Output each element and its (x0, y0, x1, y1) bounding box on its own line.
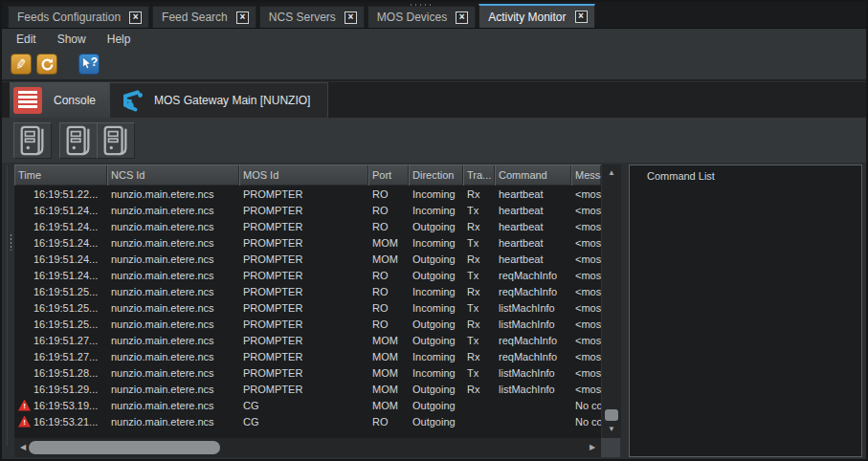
menu-help[interactable]: Help (97, 31, 142, 48)
scroll-left-icon[interactable]: ◀ (16, 438, 30, 457)
tab-console[interactable]: Console (10, 82, 109, 118)
column-header-mos[interactable]: MOS Id (239, 165, 368, 186)
scroll-up-icon[interactable]: ▲ (602, 166, 621, 180)
cell-command: heartbeat (495, 218, 571, 234)
cell-port: MOM (368, 251, 409, 267)
horizontal-scroll-thumb[interactable] (29, 441, 220, 454)
cell-tra: Rx (463, 381, 495, 397)
window-tab-mos-devices[interactable]: MOS Devices× (367, 6, 476, 28)
server-button-3[interactable] (97, 122, 135, 159)
column-header-ncs[interactable]: NCS Id (107, 165, 239, 186)
cell-mos: PROMPTER (239, 267, 368, 283)
cell-command: reqMachInfo (495, 348, 571, 364)
log-row[interactable]: !16:19:51.24...nunzio.main.etere.ncsPROM… (14, 218, 601, 234)
warning-icon: ! (18, 416, 31, 428)
cell-time: !16:19:51.25... (14, 283, 107, 299)
scroll-down-icon[interactable]: ▼ (602, 423, 621, 436)
window-tab-label: Activity Monitor (488, 11, 566, 24)
window-tab-feeds-configuration[interactable]: Feeds Configuration× (8, 6, 149, 28)
warning-icon: ! (18, 400, 31, 411)
cell-mos: PROMPTER (239, 381, 368, 397)
cell-direction: Outgoing (409, 251, 463, 267)
log-row[interactable]: !16:19:51.22...nunzio.main.etere.ncsPROM… (14, 186, 601, 202)
cell-message: <mos (571, 299, 601, 316)
cell-mos: PROMPTER (239, 186, 368, 202)
menu-edit[interactable]: Edit (6, 31, 47, 48)
cell-mos: PROMPTER (239, 218, 368, 234)
cell-mos: PROMPTER (239, 202, 368, 218)
server-button-2[interactable] (59, 122, 98, 159)
log-row[interactable]: !16:19:51.25...nunzio.main.etere.ncsPROM… (14, 316, 601, 332)
tab-mos-gateway[interactable]: MOS Gateway Main [NUNZIO] (109, 82, 328, 118)
server-icon (19, 125, 46, 156)
cell-direction: Incoming (409, 364, 463, 381)
cell-tra: Rx (463, 186, 495, 202)
cell-command: heartbeat (495, 251, 571, 267)
cell-message: <mos (571, 267, 601, 283)
main-toolbar: ✎ ? (2, 49, 866, 81)
cell-ncs: nunzio.main.etere.ncs (107, 348, 239, 364)
cell-message: <mos (571, 202, 601, 218)
cell-time: !16:19:53.19... (14, 397, 107, 413)
log-row[interactable]: !16:19:51.24...nunzio.main.etere.ncsPROM… (14, 251, 601, 267)
refresh-button[interactable] (36, 54, 57, 75)
window-tab-ncs-servers[interactable]: NCS Servers× (259, 6, 365, 28)
cell-direction: Outgoing (409, 413, 463, 429)
server-toolbar (2, 118, 866, 163)
cell-ncs: nunzio.main.etere.ncs (107, 381, 239, 397)
column-header-direction[interactable]: Direction (409, 165, 463, 186)
cell-ncs: nunzio.main.etere.ncs (107, 299, 239, 316)
menu-show[interactable]: Show (47, 31, 97, 48)
window-tab-label: Feeds Configuration (17, 11, 121, 24)
panel-splitter[interactable] (622, 163, 629, 459)
horizontal-scrollbar[interactable]: ◀ ▶ (14, 438, 601, 457)
tab-close-icon[interactable]: × (575, 11, 588, 23)
log-row[interactable]: !16:19:53.21...nunzio.main.etere.ncsCGRO… (14, 413, 601, 429)
cell-ncs: nunzio.main.etere.ncs (107, 316, 239, 332)
scroll-right-icon[interactable]: ▶ (586, 438, 599, 457)
window-tab-label: NCS Servers (269, 11, 336, 24)
tab-console-label: Console (54, 94, 96, 107)
cell-mos: PROMPTER (239, 283, 368, 299)
log-row[interactable]: !16:19:53.19...nunzio.main.etere.ncsCGMO… (14, 397, 601, 413)
etere-logo-icon (118, 89, 144, 113)
log-row[interactable]: !16:19:51.27...nunzio.main.etere.ncsPROM… (14, 332, 601, 348)
log-row[interactable]: !16:19:51.24...nunzio.main.etere.ncsPROM… (14, 267, 601, 283)
cell-ncs: nunzio.main.etere.ncs (107, 202, 239, 218)
pencil-icon: ✎ (14, 56, 28, 72)
cell-port: MOM (368, 381, 409, 397)
log-row[interactable]: !16:19:51.24...nunzio.main.etere.ncsPROM… (14, 234, 601, 251)
cell-mos: PROMPTER (239, 348, 368, 364)
context-help-button[interactable]: ? (78, 54, 100, 75)
log-row[interactable]: !16:19:51.28...nunzio.main.etere.ncsPROM… (14, 364, 601, 381)
edit-button[interactable]: ✎ (11, 54, 32, 75)
log-row[interactable]: !16:19:51.24...nunzio.main.etere.ncsPROM… (14, 202, 601, 218)
column-header-port[interactable]: Port (368, 165, 409, 186)
log-row[interactable]: !16:19:51.25...nunzio.main.etere.ncsPROM… (14, 299, 601, 316)
cell-port: RO (368, 299, 409, 316)
tab-close-icon[interactable]: × (236, 11, 249, 24)
column-header-tra[interactable]: Tra... (463, 165, 495, 186)
vertical-scroll-thumb[interactable] (605, 409, 618, 421)
cell-port: MOM (368, 397, 409, 413)
log-row[interactable]: !16:19:51.29...nunzio.main.etere.ncsPROM… (14, 381, 601, 397)
tab-close-icon[interactable]: × (129, 11, 142, 24)
question-mark-icon: ? (91, 55, 98, 69)
log-row[interactable]: !16:19:51.27...nunzio.main.etere.ncsPROM… (14, 348, 601, 364)
server-button-1[interactable] (13, 122, 52, 159)
column-header-time[interactable]: Time (14, 165, 107, 186)
log-row[interactable]: !16:19:51.25...nunzio.main.etere.ncsPROM… (14, 283, 601, 299)
cell-message: No co (571, 397, 601, 413)
tab-close-icon[interactable]: × (456, 11, 468, 24)
window-tab-activity-monitor[interactable]: Activity Monitor× (479, 4, 594, 28)
column-header-command[interactable]: Command (495, 165, 571, 186)
server-icon (65, 125, 92, 156)
tab-close-icon[interactable]: × (345, 11, 357, 24)
column-header-message[interactable]: Messa (571, 165, 601, 186)
window-tab-feed-search[interactable]: Feed Search× (152, 6, 256, 28)
activity-monitor-window: Feeds Configuration×Feed Search×NCS Serv… (0, 0, 868, 461)
cell-message: <mos (571, 381, 601, 397)
vertical-scrollbar[interactable]: ▲ ▼ (601, 165, 621, 438)
cell-direction: Incoming (409, 348, 463, 364)
cell-direction: Outgoing (409, 218, 463, 234)
